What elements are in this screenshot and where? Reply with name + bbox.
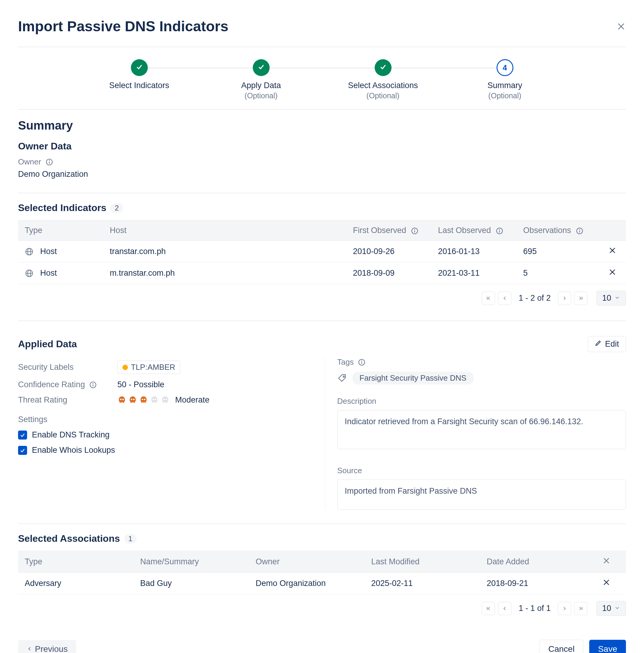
skull-icon bbox=[161, 396, 170, 405]
chevron-left-icon bbox=[26, 644, 32, 653]
source-textbox[interactable]: Imported from Farsight Passive DNS bbox=[337, 480, 626, 510]
selected-indicators-heading: Selected Indicators bbox=[18, 202, 106, 214]
info-icon[interactable] bbox=[45, 158, 53, 166]
step-select-associations[interactable]: Select Associations (Optional) bbox=[322, 59, 444, 100]
remove-row-icon[interactable] bbox=[596, 573, 626, 595]
info-icon[interactable] bbox=[411, 227, 419, 235]
col-last-observed: Last Observed bbox=[432, 220, 517, 241]
info-icon[interactable] bbox=[358, 358, 366, 366]
table-row: Host m.transtar.com.ph 2018-09-09 2021-0… bbox=[18, 263, 626, 284]
previous-button[interactable]: Previous bbox=[18, 640, 76, 653]
step-summary[interactable]: 4 Summary (Optional) bbox=[444, 59, 566, 100]
selected-associations-heading: Selected Associations bbox=[18, 533, 120, 544]
skull-icon bbox=[128, 396, 137, 405]
settings-label: Settings bbox=[18, 415, 307, 424]
pager-prev-button[interactable] bbox=[498, 292, 511, 305]
col-type: Type bbox=[18, 220, 103, 241]
modal-title: Import Passive DNS Indicators bbox=[18, 18, 228, 34]
col-host: Host bbox=[103, 220, 346, 241]
check-icon bbox=[257, 63, 265, 73]
checkbox-checked-icon bbox=[18, 446, 27, 455]
col-type: Type bbox=[18, 551, 134, 573]
edit-button[interactable]: Edit bbox=[588, 336, 626, 352]
description-textbox[interactable]: Indicator retrieved from a Farsight Secu… bbox=[337, 410, 626, 449]
summary-heading: Summary bbox=[18, 119, 626, 132]
table-row: Adversary Bad Guy Demo Organization 2025… bbox=[18, 573, 626, 595]
owner-data-heading: Owner Data bbox=[18, 141, 626, 152]
associations-table: Type Name/Summary Owner Last Modified Da… bbox=[18, 551, 626, 595]
chevron-down-icon bbox=[614, 604, 620, 613]
globe-icon bbox=[25, 247, 34, 256]
applied-data-heading: Applied Data bbox=[18, 339, 77, 349]
associations-pager: 1 - 1 of 1 10 bbox=[18, 595, 626, 628]
source-label: Source bbox=[337, 466, 626, 475]
chevron-down-icon bbox=[614, 293, 620, 303]
svg-point-13 bbox=[579, 229, 580, 230]
owner-value: Demo Organization bbox=[18, 170, 626, 179]
svg-point-10 bbox=[499, 229, 500, 230]
pager-first-button[interactable] bbox=[482, 602, 495, 615]
info-icon[interactable] bbox=[89, 381, 97, 389]
pager-last-button[interactable] bbox=[574, 602, 588, 615]
enable-dns-tracking-checkbox[interactable]: Enable DNS Tracking bbox=[18, 427, 307, 442]
col-first-observed: First Observed bbox=[346, 220, 432, 241]
wizard-stepper: Select Indicators Apply Data (Optional) … bbox=[18, 47, 626, 109]
svg-point-7 bbox=[415, 229, 415, 230]
col-last-modified: Last Modified bbox=[364, 551, 480, 573]
svg-point-32 bbox=[343, 376, 344, 377]
col-observations: Observations bbox=[516, 220, 602, 241]
skull-icon bbox=[139, 396, 148, 405]
tlp-amber-label: TLP:AMBER bbox=[117, 361, 180, 374]
tag-pill[interactable]: Farsight Security Passive DNS bbox=[352, 371, 474, 385]
check-icon bbox=[135, 63, 143, 73]
remove-row-icon[interactable] bbox=[602, 241, 626, 263]
indicators-count-badge: 2 bbox=[111, 203, 123, 213]
security-labels-label: Security Labels bbox=[18, 363, 117, 372]
col-owner: Owner bbox=[249, 551, 365, 573]
confidence-rating-label: Confidence Rating bbox=[18, 380, 85, 389]
table-row: Host transtar.com.ph 2010-09-26 2016-01-… bbox=[18, 241, 626, 263]
pager-next-button[interactable] bbox=[558, 602, 571, 615]
check-icon bbox=[379, 63, 387, 73]
threat-rating-label: Threat Rating bbox=[18, 395, 117, 405]
svg-point-28 bbox=[93, 383, 93, 384]
confidence-rating-value: 50 - Possible bbox=[117, 380, 164, 389]
description-label: Description bbox=[337, 396, 626, 406]
enable-whois-lookups-checkbox[interactable]: Enable Whois Lookups bbox=[18, 442, 307, 458]
page-size-select[interactable]: 10 bbox=[596, 291, 626, 306]
info-icon[interactable] bbox=[576, 227, 583, 235]
pager-info: 1 - 2 of 2 bbox=[519, 293, 551, 303]
tag-icon bbox=[337, 373, 347, 383]
pager-first-button[interactable] bbox=[482, 292, 495, 305]
remove-row-icon[interactable] bbox=[602, 263, 626, 284]
pager-next-button[interactable] bbox=[558, 292, 571, 305]
indicators-table: Type Host First Observed Last Observed O… bbox=[18, 220, 626, 284]
import-modal: Import Passive DNS Indicators Select Ind… bbox=[18, 18, 626, 653]
info-icon[interactable] bbox=[496, 227, 504, 235]
amber-dot-icon bbox=[122, 365, 128, 370]
indicators-pager: 1 - 2 of 2 10 bbox=[18, 284, 626, 317]
pager-prev-button[interactable] bbox=[498, 602, 511, 615]
pager-last-button[interactable] bbox=[574, 292, 588, 305]
step-select-indicators[interactable]: Select Indicators bbox=[78, 59, 200, 90]
tags-label: Tags bbox=[337, 358, 354, 367]
save-button[interactable]: Save bbox=[589, 640, 626, 653]
svg-point-31 bbox=[362, 361, 362, 361]
close-icon[interactable] bbox=[616, 22, 626, 31]
page-size-select[interactable]: 10 bbox=[596, 601, 626, 616]
skull-icon bbox=[117, 396, 127, 405]
step-apply-data[interactable]: Apply Data (Optional) bbox=[200, 59, 322, 100]
associations-count-badge: 1 bbox=[124, 534, 137, 543]
clear-all-icon[interactable] bbox=[602, 558, 611, 567]
col-name-summary: Name/Summary bbox=[134, 551, 249, 573]
threat-rating-value: Moderate bbox=[117, 395, 209, 405]
owner-label: Owner bbox=[18, 157, 41, 167]
globe-icon bbox=[25, 269, 34, 278]
skull-icon bbox=[150, 396, 159, 405]
checkbox-checked-icon bbox=[18, 431, 27, 439]
cancel-button[interactable]: Cancel bbox=[539, 640, 583, 653]
pager-info: 1 - 1 of 1 bbox=[519, 604, 551, 613]
pencil-icon bbox=[595, 339, 602, 349]
svg-point-4 bbox=[49, 161, 49, 161]
col-date-added: Date Added bbox=[480, 551, 596, 573]
